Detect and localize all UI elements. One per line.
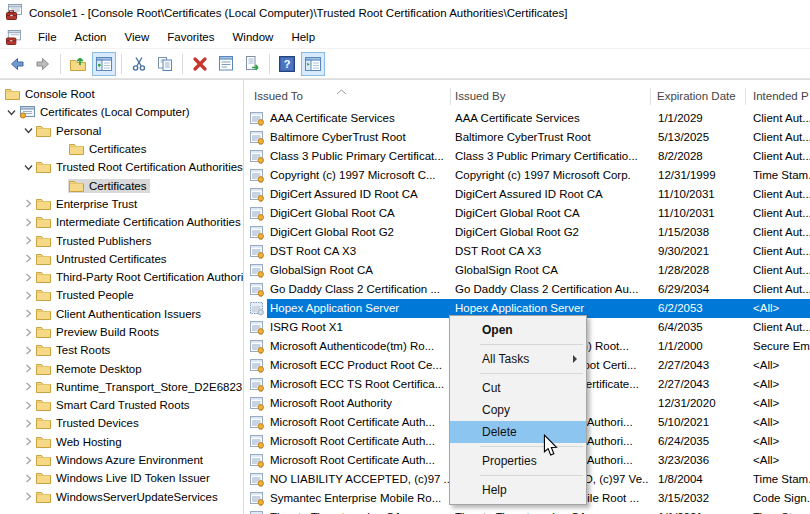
expand-chevron[interactable] [21,236,35,245]
delete-button[interactable] [188,52,212,76]
column-header-expiration-date[interactable]: Expiration Date [657,85,745,107]
expand-chevron[interactable] [21,218,35,227]
expand-chevron[interactable] [21,364,35,373]
collapse-chevron[interactable] [21,163,35,172]
expand-chevron[interactable] [21,254,35,263]
tree-item-windows-live-id-token-issuer[interactable]: Windows Live ID Token Issuer [0,469,243,487]
list-row-digicert-global-root-g2[interactable]: DigiCert Global Root G2DigiCert Global R… [246,223,810,242]
cut-button[interactable] [127,52,151,76]
context-menu-properties[interactable]: Properties [450,450,586,472]
properties-button[interactable] [214,52,238,76]
expand-chevron[interactable] [21,346,35,355]
show-console-tree-button[interactable] [92,52,116,76]
list-row-thawte-timestamping-ca[interactable]: Thawte Timestamping CAThawte Timestampin… [246,508,810,514]
expand-chevron-icon [24,401,33,410]
tree-item-untrusted-certificates[interactable]: Untrusted Certificates [0,250,243,268]
issued-to-cell: Microsoft Root Certificate Auth... [270,451,450,470]
tree-item-test-roots[interactable]: Test Roots [0,341,243,359]
copy-button[interactable] [153,52,177,76]
column-header-issued-by[interactable]: Issued By [455,85,645,107]
tree-item-personal[interactable]: Personal [0,122,243,140]
expand-chevron[interactable] [21,291,35,300]
context-menu-all-tasks[interactable]: All Tasks [450,348,586,370]
expand-chevron[interactable] [21,273,35,282]
list-row-digicert-global-root-ca[interactable]: DigiCert Global Root CADigiCert Global R… [246,204,810,223]
tree-item-client-authentication-issuers[interactable]: Client Authentication Issuers [0,305,243,323]
up-one-level-icon [70,56,86,72]
expand-chevron[interactable] [21,199,35,208]
tree-item-console-root[interactable]: Console Root [0,85,243,103]
collapse-chevron[interactable] [21,126,35,135]
expand-chevron[interactable] [21,419,35,428]
list-row-dst-root-ca-x3[interactable]: DST Root CA X3DST Root CA X39/30/2021Cli… [246,242,810,261]
context-menu-cut[interactable]: Cut [450,377,586,399]
tree-item-windowsserverupdateservices[interactable]: WindowsServerUpdateServices [0,488,243,506]
expand-chevron[interactable] [21,328,35,337]
column-divider[interactable] [745,88,746,105]
tree-node: Smart Card Trusted Roots [35,398,193,412]
menu-window[interactable]: Window [224,28,283,46]
menu-view[interactable]: View [116,28,159,46]
tree-item-web-hosting[interactable]: Web Hosting [0,433,243,451]
menu-action[interactable]: Action [66,28,116,46]
svg-text:?: ? [284,58,291,70]
up-one-level-button[interactable] [66,52,90,76]
folder-icon [36,472,51,484]
tree-item-trusted-people[interactable]: Trusted People [0,286,243,304]
tree-item-third-party-root-certification-authorities[interactable]: Third-Party Root Certification Authoriti… [0,268,243,286]
column-divider[interactable] [650,88,651,105]
expand-chevron[interactable] [21,437,35,446]
list-row-copyright-c-1997-microsoft-c[interactable]: Copyright (c) 1997 Microsoft C...Copyrig… [246,166,810,185]
context-menu-copy[interactable]: Copy [450,399,586,421]
column-header-intended-purposes[interactable]: Intended Purposes [753,85,809,107]
certificate-icon [250,245,265,259]
tree-item-windows-azure-environment[interactable]: Windows Azure Environment [0,451,243,469]
show-action-pane-button[interactable] [301,52,325,76]
tree-item-trusted-root-certification-authorities[interactable]: Trusted Root Certification Authorities [0,158,243,176]
back-button[interactable] [5,52,29,76]
tree-item-trusted-devices[interactable]: Trusted Devices [0,414,243,432]
expand-chevron[interactable] [21,456,35,465]
toolbar-separator [60,54,61,74]
tree-item-preview-build-roots[interactable]: Preview Build Roots [0,323,243,341]
tree-item-intermediate-certification-authorities[interactable]: Intermediate Certification Authorities [0,213,243,231]
tree-node: Windows Azure Environment [35,453,206,467]
menu-favorites[interactable]: Favorites [158,28,223,46]
tree-item-trusted-publishers[interactable]: Trusted Publishers [0,231,243,249]
list-row-class-3-public-primary-certificat[interactable]: Class 3 Public Primary Certificat...Clas… [246,147,810,166]
forward-button[interactable] [31,52,55,76]
column-divider[interactable] [450,88,451,105]
menu-help[interactable]: Help [282,28,324,46]
tree-item-remote-desktop[interactable]: Remote Desktop [0,359,243,377]
context-menu-help[interactable]: Help [450,479,586,501]
tree-item-enterprise-trust[interactable]: Enterprise Trust [0,195,243,213]
list-row-go-daddy-class-2-certification[interactable]: Go Daddy Class 2 Certification ...Go Dad… [246,280,810,299]
tree-item-label: Test Roots [56,344,110,356]
tree-item-smart-card-trusted-roots[interactable]: Smart Card Trusted Roots [0,396,243,414]
expiration-date-cell: 1/8/2004 [658,470,748,489]
export-list-icon [244,56,260,72]
tree-item-certificates[interactable]: Certificates [0,140,243,158]
folder-icon [36,417,51,429]
export-list-button[interactable] [240,52,264,76]
tree-item-certificates-local-computer[interactable]: Certificates (Local Computer) [0,103,243,121]
tree-item-certificates[interactable]: Certificates [0,176,243,194]
help-button[interactable]: ? [275,52,299,76]
folder-icon [36,271,51,283]
context-menu-delete[interactable]: Delete [450,421,586,443]
expand-chevron[interactable] [21,492,35,501]
tree-item-runtime-transport-store-d2e6823[interactable]: Runtime_Transport_Store_D2E6823 [0,378,243,396]
list-row-aaa-certificate-services[interactable]: AAA Certificate ServicesAAA Certificate … [246,109,810,128]
expand-chevron[interactable] [21,474,35,483]
context-menu-open[interactable]: Open [450,319,586,341]
menu-file[interactable]: File [29,28,66,46]
column-header-issued-to[interactable]: Issued To [254,85,444,107]
list-row-globalsign-root-ca[interactable]: GlobalSign Root CAGlobalSign Root CA1/28… [246,261,810,280]
expand-chevron[interactable] [21,382,35,391]
expand-chevron[interactable] [21,401,35,410]
list-row-digicert-assured-id-root-ca[interactable]: DigiCert Assured ID Root CADigiCert Assu… [246,185,810,204]
list-row-baltimore-cybertrust-root[interactable]: Baltimore CyberTrust RootBaltimore Cyber… [246,128,810,147]
collapse-chevron[interactable] [4,108,18,117]
expand-chevron[interactable] [21,309,35,318]
expiration-date-cell: 1/1/2029 [658,109,748,128]
